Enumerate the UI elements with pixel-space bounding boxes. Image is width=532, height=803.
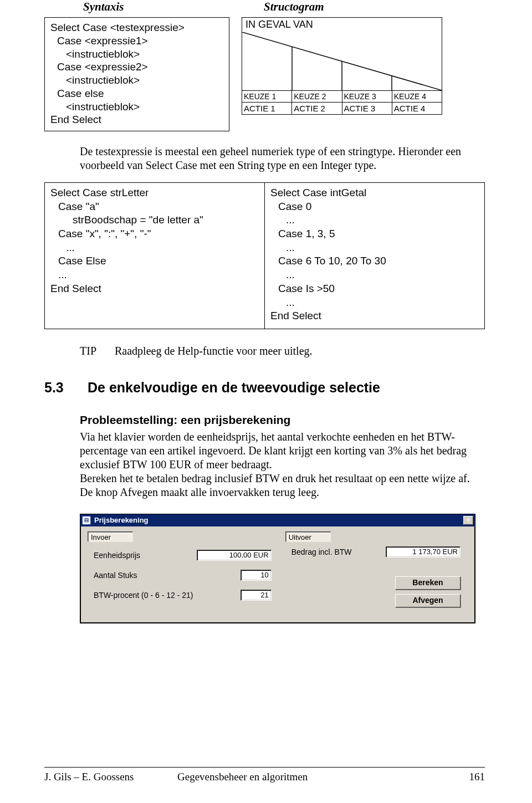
code-line: Case "a" [50, 200, 259, 214]
close-icon[interactable]: × [463, 516, 473, 525]
afvegen-button[interactable]: Afvegen [395, 594, 461, 607]
code-line: Case else [50, 87, 223, 100]
form-window: ⊟ Prijsberekening × Invoer Eenheidsprijs… [80, 514, 475, 623]
structogram-header: IN GEVAL VAN [242, 18, 442, 32]
code-line: End Select [50, 113, 223, 126]
code-line: <instructieblok> [50, 48, 223, 61]
structogram-cell: ACTIE 2 [292, 103, 342, 114]
label-eenheidsprijs: Eenheidsprijs [94, 551, 192, 560]
footer-authors: J. Gils – E. Goossens [44, 771, 177, 783]
code-line: Select Case intGetal [270, 186, 479, 200]
code-line: strBoodschap = "de letter a" [50, 213, 259, 227]
code-line: Case Else [50, 254, 259, 268]
code-line: Case 6 To 10, 20 To 30 [270, 254, 479, 268]
problem-paragraph: Bereken het te betalen bedrag inclusief … [80, 472, 485, 499]
heading-syntaxis: Syntaxis [44, 0, 229, 14]
code-line: End Select [270, 309, 479, 323]
fieldset-invoer: Invoer Eenheidsprijs 100,00 EUR Aantal S… [88, 533, 277, 613]
code-line: <instructieblok> [50, 74, 223, 87]
form-titlebar: ⊟ Prijsberekening × [80, 514, 475, 526]
input-btw[interactable]: 21 [241, 590, 272, 601]
section-title: De enkelvoudige en de tweevoudige select… [88, 380, 380, 396]
intro-paragraph: De testexpressie is meestal een geheel n… [80, 145, 485, 172]
structogram-cell: KEUZE 3 [342, 91, 392, 102]
code-line: Case 0 [270, 200, 479, 214]
fieldset-legend-uitvoer: Uitvoer [286, 532, 331, 542]
code-line: ... [270, 296, 479, 310]
footer-rule [44, 767, 485, 768]
bereken-button[interactable]: Bereken [395, 576, 461, 590]
structogram-box: IN GEVAL VAN KEUZE 1 KEUZE 2 KEUZE 3 KEU… [242, 17, 442, 115]
structogram-triangle [242, 32, 442, 90]
syntax-box: Select Case <testexpressie> Case <expres… [44, 17, 229, 131]
output-bedrag: 1 173,70 EUR [386, 546, 461, 558]
label-bedrag: Bedrag incl. BTW [291, 548, 381, 556]
label-btw: BTW-procent (0 - 6 - 12 - 21) [94, 591, 236, 600]
fieldset-uitvoer: Uitvoer Bedrag incl. BTW 1 173,70 EUR Be… [286, 533, 466, 613]
code-line: ... [50, 241, 259, 255]
code-line: Case Is >50 [270, 282, 479, 296]
structogram-keuze-row: KEUZE 1 KEUZE 2 KEUZE 3 KEUZE 4 [242, 90, 442, 102]
input-aantal[interactable]: 10 [241, 570, 272, 581]
code-line: Case <expressie2> [50, 60, 223, 74]
code-line: End Select [50, 282, 259, 296]
label-aantal: Aantal Stuks [94, 571, 236, 580]
tip-text: Raadpleeg de Help-functie voor meer uitl… [115, 345, 313, 357]
tip-label: TIP [80, 345, 112, 357]
structogram-cell: KEUZE 1 [242, 91, 292, 102]
code-line: Select Case strLetter [50, 186, 259, 200]
structogram-cell: KEUZE 2 [292, 91, 342, 102]
page-footer: J. Gils – E. Goossens Gegevensbeheer en … [44, 771, 485, 783]
heading-structogram: Structogram [242, 0, 485, 14]
section-number: 5.3 [44, 380, 72, 396]
form-title: Prijsberekening [94, 516, 463, 524]
section-heading: 5.3 De enkelvoudige en de tweevoudige se… [44, 380, 485, 396]
footer-title: Gegevensbeheer en algoritmen [177, 771, 452, 783]
code-line: ... [270, 268, 479, 282]
form-icon: ⊟ [82, 516, 91, 525]
structogram-cell: KEUZE 4 [392, 91, 442, 102]
example-left-box: Select Case strLetter Case "a" strBoodsc… [44, 182, 265, 329]
code-line: ... [50, 268, 259, 282]
code-line: Case 1, 3, 5 [270, 227, 479, 241]
footer-page-number: 161 [452, 771, 485, 783]
code-line: Case <expressie1> [50, 34, 223, 48]
code-line: Case "x", ":", "+", "-" [50, 227, 259, 241]
fieldset-legend-invoer: Invoer [88, 532, 133, 542]
code-line: Select Case <testexpressie> [50, 21, 223, 34]
problem-heading: Probleemstelling: een prijsberekening [80, 413, 485, 427]
input-eenheidsprijs[interactable]: 100,00 EUR [197, 550, 272, 561]
structogram-actie-row: ACTIE 1 ACTIE 2 ACTIE 3 ACTIE 4 [242, 102, 442, 114]
structogram-cell: ACTIE 4 [392, 103, 442, 114]
example-right-box: Select Case intGetal Case 0 ... Case 1, … [264, 182, 485, 329]
structogram-cell: ACTIE 1 [242, 103, 292, 114]
problem-paragraph: Via het klavier worden de eenheidsprijs,… [80, 430, 485, 472]
structogram-cell: ACTIE 3 [342, 103, 392, 114]
code-line: ... [270, 213, 479, 227]
code-line: <instructieblok> [50, 100, 223, 114]
code-line: ... [270, 241, 479, 255]
